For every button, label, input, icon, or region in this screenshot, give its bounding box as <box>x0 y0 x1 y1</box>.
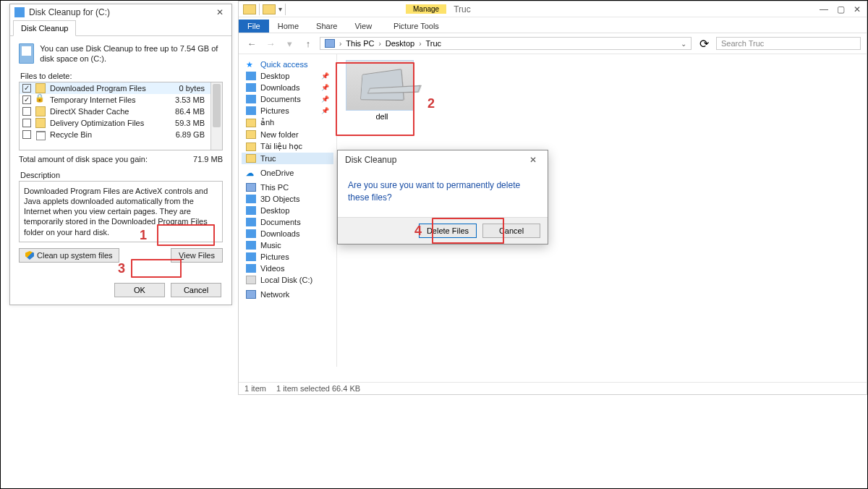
nav-documents[interactable]: Documents <box>260 95 301 103</box>
tab-picture-tools[interactable]: Picture Tools <box>385 20 448 33</box>
nav-downloads[interactable]: Downloads <box>260 83 299 92</box>
desktop-icon <box>246 72 256 80</box>
folder-icon <box>246 143 256 151</box>
documents-icon <box>246 218 256 226</box>
confirm-message: Are you sure you want to permanently del… <box>338 169 548 217</box>
delete-confirmation-dialog: Disk Cleanup ✕ Are you sure you want to … <box>337 150 548 244</box>
nav-this-pc[interactable]: This PC <box>260 183 289 192</box>
nav-desktop[interactable]: Desktop <box>260 72 289 80</box>
nav-pictures[interactable]: Pictures <box>260 106 289 115</box>
folder-icon <box>246 119 256 127</box>
computer-icon <box>246 183 256 192</box>
clean-up-system-files-button[interactable]: Clean up system files <box>19 248 119 263</box>
nav-back-icon[interactable]: ← <box>244 36 259 51</box>
crumb-this-pc[interactable]: This PC <box>346 39 374 48</box>
downloads-icon <box>246 83 256 92</box>
folder-icon <box>35 106 46 116</box>
qat-dropdown-icon[interactable]: ▾ <box>278 5 282 13</box>
nav-up-icon[interactable]: ↑ <box>301 36 315 51</box>
file-checkbox[interactable] <box>22 107 31 116</box>
nav-documents-2[interactable]: Documents <box>260 218 301 226</box>
pin-icon: 📌 <box>321 95 329 103</box>
tab-disk-cleanup[interactable]: Disk Cleanup <box>13 20 76 36</box>
nav-downloads-2[interactable]: Downloads <box>260 229 299 238</box>
navigation-pane[interactable]: ★Quick access Desktop📌 Downloads📌 Docume… <box>239 54 337 367</box>
nav-new-folder[interactable]: New folder <box>260 130 299 139</box>
chevron-down-icon[interactable]: ⌄ <box>681 40 686 48</box>
refresh-icon[interactable]: ⟳ <box>696 37 712 51</box>
breadcrumb[interactable]: › This PC › Desktop › Truc ⌄ <box>320 37 692 50</box>
nav-videos[interactable]: Videos <box>260 264 284 273</box>
close-icon[interactable]: ✕ <box>854 4 861 14</box>
folder-icon <box>243 4 256 14</box>
file-checkbox[interactable]: ✓ <box>22 84 31 93</box>
close-icon[interactable]: ✕ <box>213 7 227 17</box>
status-selection: 1 item selected 66.4 KB <box>276 384 360 393</box>
nav-tailieu[interactable]: Tài liệu học <box>260 142 302 151</box>
search-input[interactable]: Search Truc <box>716 37 861 50</box>
file-list-row[interactable]: ✓Temporary Internet Files3.53 MB <box>20 94 210 106</box>
callout-number-4: 4 <box>414 224 422 239</box>
tab-view[interactable]: View <box>346 20 380 33</box>
folder-icon <box>246 154 256 163</box>
folder-icon <box>263 4 276 14</box>
star-icon: ★ <box>246 60 256 69</box>
nav-onedrive[interactable]: OneDrive <box>260 169 294 177</box>
file-size: 86.4 MB <box>168 107 208 116</box>
file-checkbox[interactable] <box>22 130 31 139</box>
confirm-cancel-button[interactable]: Cancel <box>482 224 540 238</box>
tab-file[interactable]: File <box>239 20 269 33</box>
file-list-row[interactable]: Recycle Bin6.89 GB <box>20 129 210 140</box>
3d-icon <box>246 195 256 203</box>
file-list-scrollbar[interactable] <box>210 82 222 150</box>
view-files-button[interactable]: View Files <box>171 248 223 263</box>
file-item-dell[interactable]: dell <box>346 60 418 122</box>
lock-icon <box>35 95 46 105</box>
disk-cleanup-title: Disk Cleanup for (C:) <box>29 7 110 17</box>
nav-pictures-2[interactable]: Pictures <box>260 252 289 261</box>
file-list-row[interactable]: Delivery Optimization Files59.3 MB <box>20 117 210 129</box>
nav-recent-icon[interactable]: ▾ <box>282 36 297 51</box>
description-label: Description <box>20 171 221 179</box>
nav-3d[interactable]: 3D Objects <box>260 195 299 203</box>
ok-button[interactable]: OK <box>114 283 165 297</box>
pictures-icon <box>246 106 256 115</box>
tab-home[interactable]: Home <box>269 20 307 33</box>
total-gain-value: 71.9 MB <box>193 155 223 163</box>
disk-cleanup-app-icon <box>14 7 25 17</box>
files-to-delete-list[interactable]: ✓Downloaded Program Files0 bytes✓Tempora… <box>19 82 223 150</box>
nav-truc[interactable]: Truc <box>260 154 276 163</box>
nav-quick-access[interactable]: Quick access <box>260 60 307 69</box>
videos-icon <box>246 264 256 273</box>
file-size: 6.89 GB <box>168 130 208 139</box>
crumb-desktop[interactable]: Desktop <box>386 39 414 48</box>
trash-icon <box>35 129 46 140</box>
window-title: Truc <box>446 1 478 17</box>
nav-forward-icon[interactable]: → <box>263 36 278 51</box>
close-icon[interactable]: ✕ <box>526 155 540 165</box>
disk-cleanup-titlebar[interactable]: Disk Cleanup for (C:) ✕ <box>10 4 231 20</box>
nav-music[interactable]: Music <box>260 241 281 250</box>
disk-cleanup-window: Disk Cleanup for (C:) ✕ Disk Cleanup You… <box>9 4 232 305</box>
nav-desktop-2[interactable]: Desktop <box>260 206 289 215</box>
file-name: Temporary Internet Files <box>50 95 163 104</box>
status-items: 1 item <box>244 384 266 393</box>
delete-files-button[interactable]: Delete Files <box>419 224 477 238</box>
nav-anh[interactable]: ảnh <box>260 118 274 127</box>
maximize-icon[interactable]: ▢ <box>837 4 845 14</box>
file-list-row[interactable]: DirectX Shader Cache86.4 MB <box>20 106 210 117</box>
confirm-title: Disk Cleanup <box>345 155 396 165</box>
file-name: Downloaded Program Files <box>50 84 163 93</box>
file-checkbox[interactable] <box>22 119 31 127</box>
network-icon <box>246 290 256 299</box>
file-list-row[interactable]: ✓Downloaded Program Files0 bytes <box>20 82 210 94</box>
callout-number-3: 3 <box>118 261 125 276</box>
quick-access-toolbar[interactable]: ▾ <box>239 2 290 17</box>
tab-share[interactable]: Share <box>307 20 346 33</box>
crumb-truc[interactable]: Truc <box>426 39 442 48</box>
cancel-button[interactable]: Cancel <box>171 283 221 297</box>
minimize-icon[interactable]: — <box>820 4 828 14</box>
nav-network[interactable]: Network <box>260 290 289 299</box>
file-checkbox[interactable]: ✓ <box>22 95 31 104</box>
nav-localdisk[interactable]: Local Disk (C:) <box>260 276 312 284</box>
